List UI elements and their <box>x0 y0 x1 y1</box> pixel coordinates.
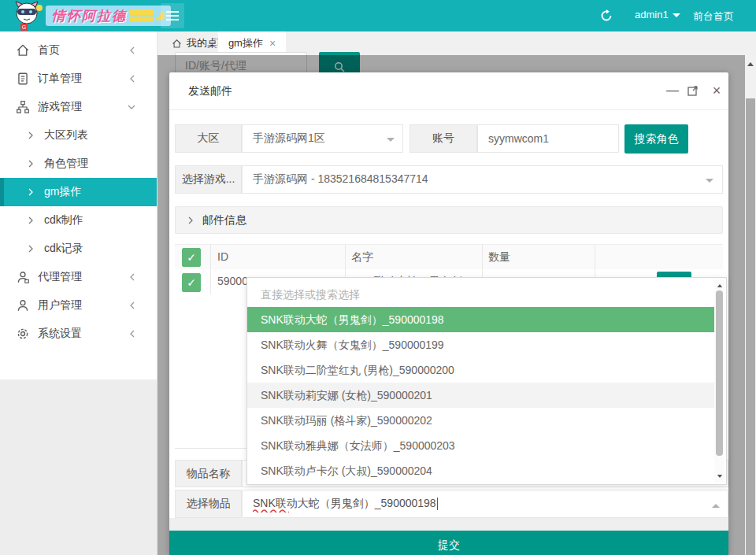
chevron-left-icon <box>128 329 136 339</box>
agent-icon <box>16 270 30 284</box>
sidebar-item-role-management[interactable]: 角色管理 <box>0 150 157 178</box>
minimize-icon[interactable]: — <box>665 83 680 98</box>
sidebar-item-game-management[interactable]: 游戏管理 <box>0 93 157 121</box>
scroll-up-arrow[interactable] <box>717 282 721 287</box>
arrow-right-icon <box>27 159 35 168</box>
dropdown-option[interactable]: SNK联动二阶堂红丸 (男枪)_590000200 <box>247 357 714 383</box>
sidebar: 首页 订单管理 游戏管理 大区列表 角色管理 <box>0 31 158 555</box>
frontend-home-link[interactable]: 前台首页 <box>693 9 734 24</box>
select-item-label: 选择物品 <box>175 490 242 518</box>
region-select[interactable]: 手游源码网1区 <box>242 124 403 153</box>
scroll-down-arrow[interactable] <box>717 475 721 480</box>
maximize-icon[interactable] <box>687 83 702 98</box>
table-header-row: ✓ ID 名字 数量 <box>175 245 723 270</box>
sidebar-item-orders[interactable]: 订单管理 <box>0 65 157 93</box>
game-select[interactable]: 手游源码网 - 183521684815347714 <box>242 165 723 194</box>
item-select-dropdown: 直接选择或搜索选择 SNK联动大蛇（男鬼剑）_590000198 SNK联动火舞… <box>246 277 727 485</box>
submit-button[interactable]: 提交 <box>169 531 728 555</box>
dialog-footer-gap <box>169 518 728 531</box>
mail-info-collapse[interactable]: 邮件信息 <box>175 206 723 234</box>
dropdown-option[interactable]: SNK联动火舞（女鬼剑）_590000199 <box>247 332 714 357</box>
account-input[interactable]: syymwcom1 <box>477 124 619 153</box>
dropdown-scrollbar[interactable] <box>714 279 724 483</box>
select-game-label: 选择游戏... <box>175 165 242 194</box>
sidebar-empty-area <box>0 379 157 555</box>
sidebar-item-cdk-records[interactable]: cdk记录 <box>0 235 157 263</box>
table-bottom-border <box>175 448 246 449</box>
game-icon <box>16 100 30 114</box>
chevron-down-icon <box>387 138 395 146</box>
chevron-left-icon <box>128 301 136 310</box>
arrow-right-icon <box>27 131 35 140</box>
search-role-button[interactable]: 搜索角色 <box>624 124 688 154</box>
arrow-right-icon <box>27 244 35 253</box>
account-label: 账号 <box>410 124 477 153</box>
item-name-label: 物品名称 <box>175 460 242 487</box>
col-header-qty: 数量 <box>488 250 510 265</box>
scrollbar-thumb[interactable] <box>746 98 755 555</box>
scroll-up-arrow[interactable] <box>747 59 754 66</box>
dropdown-search-input[interactable]: 直接选择或搜索选择 <box>261 283 702 305</box>
settings-icon <box>16 327 30 341</box>
home-icon <box>16 43 30 57</box>
arrow-right-icon <box>27 187 35 197</box>
home-icon <box>172 39 182 49</box>
dropdown-option[interactable]: SNK联动雅典娜（女法师）_590000203 <box>247 433 714 458</box>
sidebar-item-user-management[interactable]: 用户管理 <box>0 291 157 320</box>
scrollbar-thumb[interactable] <box>716 290 723 456</box>
close-icon[interactable]: × <box>710 83 724 98</box>
chevron-left-icon <box>128 46 136 55</box>
dialog-header: 发送邮件 — × <box>169 72 728 110</box>
refresh-icon[interactable] <box>600 9 613 22</box>
user-icon <box>16 298 30 313</box>
spellcheck-underline <box>253 509 289 512</box>
sidebar-item-home[interactable]: 首页 <box>0 36 157 65</box>
username: admin1 <box>635 9 669 20</box>
chevron-left-icon <box>128 74 136 83</box>
sidebar-item-gm-operation[interactable]: gm操作 <box>0 178 157 206</box>
dropdown-option[interactable]: SNK联动玛丽 (格斗家)_590000202 <box>247 408 714 433</box>
chevron-up-icon <box>712 500 720 508</box>
arrow-right-icon <box>27 216 35 225</box>
region-label: 大区 <box>175 124 242 153</box>
arrow-right-icon <box>187 216 195 225</box>
sidebar-toggle-button[interactable] <box>161 3 184 28</box>
dialog-title: 发送邮件 <box>188 84 232 98</box>
chevron-left-icon <box>128 272 136 282</box>
col-header-id: ID <box>217 250 228 263</box>
order-icon <box>16 72 30 86</box>
close-icon[interactable]: × <box>269 37 276 50</box>
top-bar: G 情怀阿拉德 admin1 前台首页 <box>0 0 756 31</box>
dropdown-option[interactable]: SNK联动大蛇（男鬼剑）_590000198 <box>247 307 714 332</box>
logo-badges <box>130 9 154 22</box>
svg-text:G: G <box>22 24 26 30</box>
site-logo: 情怀阿拉德 <box>46 6 171 26</box>
sidebar-item-system-settings[interactable]: 系统设置 <box>0 320 157 348</box>
select-all-checkbox[interactable]: ✓ <box>182 248 201 267</box>
chevron-down-icon <box>127 103 136 111</box>
app-screen: G 情怀阿拉德 admin1 前台首页 首页 <box>0 0 756 555</box>
sidebar-item-region-list[interactable]: 大区列表 <box>0 121 157 150</box>
select-item-input[interactable]: SNK联动大蛇（男鬼剑）_590000198 <box>242 490 728 518</box>
chevron-down-icon <box>673 13 680 21</box>
sidebar-item-cdk-create[interactable]: cdk制作 <box>0 206 157 235</box>
sidebar-item-agent-management[interactable]: 代理管理 <box>0 263 157 291</box>
text-cursor <box>437 498 438 510</box>
row-checkbox[interactable]: ✓ <box>182 273 201 292</box>
chevron-down-icon <box>706 179 713 187</box>
page-scrollbar[interactable] <box>745 55 756 555</box>
col-header-name: 名字 <box>351 250 373 265</box>
brand-text: 情怀阿拉德 <box>52 7 127 25</box>
dropdown-option[interactable]: SNK联动卢卡尔 (大叔)_590000204 <box>247 458 714 483</box>
dropdown-option[interactable]: SNK联动莉安娜 (女枪)_590000201 <box>247 383 714 408</box>
cat-mascot-logo: G <box>11 1 43 31</box>
user-menu[interactable]: admin1 <box>635 9 680 20</box>
